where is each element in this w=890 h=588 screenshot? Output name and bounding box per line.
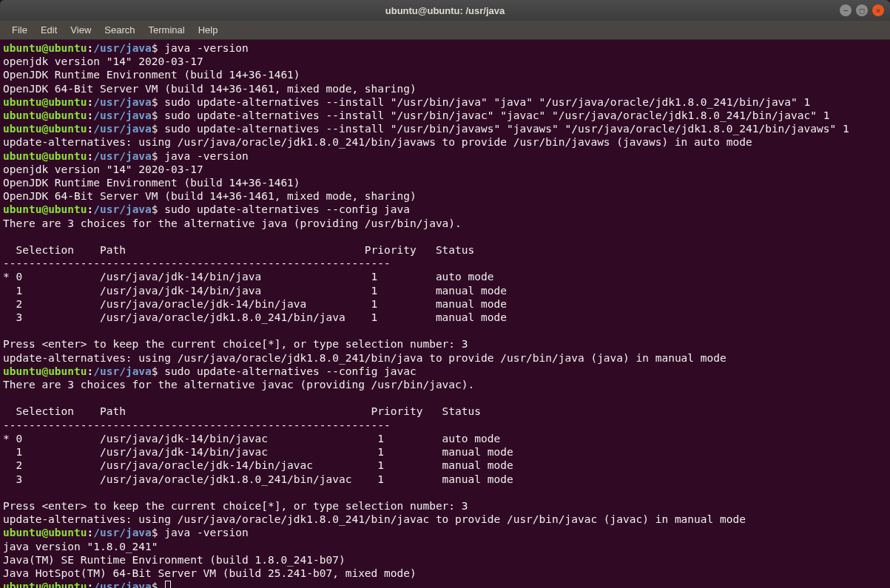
prompt-user: ubuntu bbox=[3, 96, 41, 108]
prompt-dollar: $ bbox=[152, 42, 164, 54]
prompt-colon: : bbox=[87, 109, 94, 121]
prompt-dollar: $ bbox=[152, 365, 164, 377]
prompt-dollar: $ bbox=[152, 109, 164, 121]
output-line: update-alternatives: using /usr/java/ora… bbox=[3, 352, 727, 364]
prompt-at: @ bbox=[41, 150, 48, 162]
prompt-user: ubuntu bbox=[3, 123, 41, 135]
prompt-colon: : bbox=[87, 203, 94, 215]
menubar: File Edit View Search Terminal Help bbox=[0, 21, 890, 40]
prompt-host: ubuntu bbox=[48, 581, 87, 588]
prompt-path: /usr/java bbox=[93, 527, 152, 538]
prompt-colon: : bbox=[87, 527, 94, 538]
terminal-area[interactable]: ubuntu@ubuntu:/usr/java$ java -version o… bbox=[0, 40, 890, 588]
prompt-host: ubuntu bbox=[48, 42, 87, 54]
prompt-path: /usr/java bbox=[93, 123, 152, 135]
command-text: sudo update-alternatives --install "/usr… bbox=[164, 109, 829, 121]
prompt-colon: : bbox=[87, 123, 94, 135]
table-header: Selection Path Priority Status bbox=[3, 405, 481, 417]
prompt-user: ubuntu bbox=[3, 42, 41, 54]
window-controls: − □ × bbox=[840, 4, 884, 16]
close-button[interactable]: × bbox=[872, 4, 884, 16]
window-title: ubuntu@ubuntu: /usr/java bbox=[385, 5, 505, 16]
maximize-button[interactable]: □ bbox=[856, 4, 868, 16]
command-text: sudo update-alternatives --install "/usr… bbox=[164, 123, 849, 135]
menu-terminal[interactable]: Terminal bbox=[143, 22, 191, 38]
output-line: update-alternatives: using /usr/java/ora… bbox=[3, 136, 752, 148]
command-text: sudo update-alternatives --install "/usr… bbox=[164, 96, 810, 108]
output-line: Java HotSpot(TM) 64-Bit Server VM (build… bbox=[3, 567, 417, 579]
menu-edit[interactable]: Edit bbox=[35, 22, 63, 38]
prompt-user: ubuntu bbox=[3, 365, 41, 377]
prompt-path: /usr/java bbox=[93, 42, 152, 54]
table-row: 1 /usr/java/jdk-14/bin/java 1 manual mod… bbox=[3, 285, 507, 297]
prompt-at: @ bbox=[41, 123, 48, 135]
output-line: openjdk version "14" 2020-03-17 bbox=[3, 55, 203, 67]
prompt-colon: : bbox=[87, 96, 94, 108]
prompt-colon: : bbox=[87, 150, 94, 162]
prompt-user: ubuntu bbox=[3, 203, 41, 215]
minimize-button[interactable]: − bbox=[840, 4, 852, 16]
prompt-host: ubuntu bbox=[48, 123, 87, 135]
prompt-host: ubuntu bbox=[48, 150, 87, 162]
prompt-path: /usr/java bbox=[93, 365, 152, 377]
prompt-dollar: $ bbox=[152, 581, 164, 588]
output-line: OpenJDK 64-Bit Server VM (build 14+36-14… bbox=[3, 83, 417, 95]
command-text: java -version bbox=[164, 527, 249, 538]
table-header: Selection Path Priority Status bbox=[3, 244, 474, 256]
prompt-at: @ bbox=[41, 365, 48, 377]
menu-view[interactable]: View bbox=[64, 22, 97, 38]
table-row: 2 /usr/java/oracle/jdk-14/bin/javac 1 ma… bbox=[3, 459, 513, 471]
prompt-path: /usr/java bbox=[93, 109, 152, 121]
table-row: 2 /usr/java/oracle/jdk-14/bin/java 1 man… bbox=[3, 298, 507, 310]
prompt-user: ubuntu bbox=[3, 527, 41, 538]
terminal-cursor[interactable] bbox=[165, 581, 171, 588]
prompt-colon: : bbox=[87, 365, 94, 377]
output-line: OpenJDK 64-Bit Server VM (build 14+36-14… bbox=[3, 190, 417, 202]
menu-help[interactable]: Help bbox=[192, 22, 224, 38]
table-separator: ----------------------------------------… bbox=[3, 419, 391, 431]
command-text: java -version bbox=[164, 150, 249, 162]
prompt-host: ubuntu bbox=[48, 203, 87, 215]
prompt-user: ubuntu bbox=[3, 109, 41, 121]
prompt-path: /usr/java bbox=[93, 203, 152, 215]
prompt-selection: Press <enter> to keep the current choice… bbox=[3, 338, 468, 350]
prompt-dollar: $ bbox=[152, 203, 164, 215]
table-row: 3 /usr/java/oracle/jdk1.8.0_241/bin/java… bbox=[3, 473, 513, 485]
output-line: update-alternatives: using /usr/java/ora… bbox=[3, 513, 746, 525]
table-row: 3 /usr/java/oracle/jdk1.8.0_241/bin/java… bbox=[3, 311, 507, 323]
menu-file[interactable]: File bbox=[6, 22, 33, 38]
titlebar: ubuntu@ubuntu: /usr/java − □ × bbox=[0, 0, 890, 21]
output-line: OpenJDK Runtime Environment (build 14+36… bbox=[3, 177, 300, 189]
prompt-path: /usr/java bbox=[93, 96, 152, 108]
prompt-user: ubuntu bbox=[3, 581, 41, 588]
command-text: sudo update-alternatives --config java bbox=[164, 203, 410, 215]
prompt-path: /usr/java bbox=[93, 150, 152, 162]
prompt-host: ubuntu bbox=[48, 527, 87, 538]
output-line: OpenJDK Runtime Environment (build 14+36… bbox=[3, 69, 300, 81]
prompt-at: @ bbox=[41, 203, 48, 215]
menu-search[interactable]: Search bbox=[98, 22, 141, 38]
output-line: openjdk version "14" 2020-03-17 bbox=[3, 163, 203, 175]
command-text: sudo update-alternatives --config javac bbox=[164, 365, 416, 377]
prompt-host: ubuntu bbox=[48, 96, 87, 108]
prompt-dollar: $ bbox=[152, 96, 164, 108]
prompt-selection: Press <enter> to keep the current choice… bbox=[3, 500, 468, 512]
prompt-host: ubuntu bbox=[48, 109, 87, 121]
prompt-dollar: $ bbox=[152, 150, 164, 162]
prompt-at: @ bbox=[41, 109, 48, 121]
prompt-colon: : bbox=[87, 42, 94, 54]
prompt-at: @ bbox=[41, 96, 48, 108]
prompt-at: @ bbox=[41, 581, 48, 588]
output-line: There are 3 choices for the alternative … bbox=[3, 379, 474, 391]
prompt-colon: : bbox=[87, 581, 94, 588]
table-row: * 0 /usr/java/jdk-14/bin/java 1 auto mod… bbox=[3, 271, 493, 283]
prompt-dollar: $ bbox=[152, 527, 164, 538]
output-line: There are 3 choices for the alternative … bbox=[3, 217, 462, 229]
prompt-at: @ bbox=[41, 42, 48, 54]
prompt-host: ubuntu bbox=[48, 365, 87, 377]
table-row: 1 /usr/java/jdk-14/bin/javac 1 manual mo… bbox=[3, 446, 513, 458]
prompt-dollar: $ bbox=[152, 123, 164, 135]
prompt-at: @ bbox=[41, 527, 48, 538]
output-line: java version "1.8.0_241" bbox=[3, 541, 158, 552]
prompt-user: ubuntu bbox=[3, 150, 41, 162]
